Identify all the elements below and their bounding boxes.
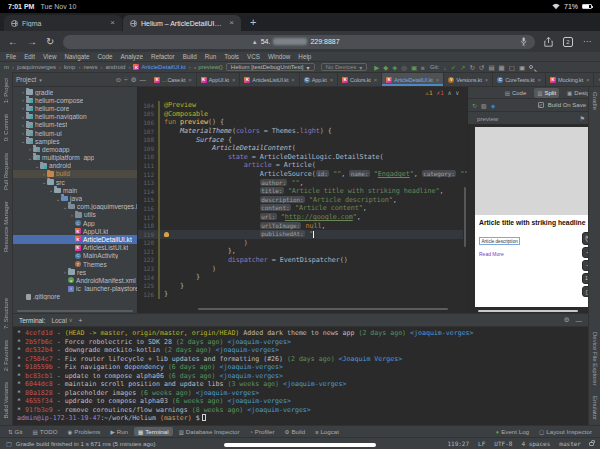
intention-bulb-icon[interactable] xyxy=(164,232,169,237)
editor-tab[interactable]: K…Case.kt× xyxy=(150,73,197,86)
file-encoding[interactable]: UTF-8 xyxy=(494,440,512,447)
menu-analyze[interactable]: Analyze xyxy=(120,53,142,60)
run-device-icon[interactable]: ▣ xyxy=(411,64,417,71)
forward-button[interactable]: → xyxy=(27,37,37,47)
mic-icon[interactable] xyxy=(520,37,527,46)
code-line[interactable]: 120 ) xyxy=(138,239,463,248)
commit-icon[interactable]: ✓ xyxy=(451,64,456,71)
project-panel-title[interactable]: Project xyxy=(16,76,36,83)
tree-row[interactable]: ⌄multiplatform_app xyxy=(13,154,137,162)
tree-row[interactable]: aAndroidManifest.xml xyxy=(13,276,137,284)
menu-code[interactable]: Code xyxy=(97,53,112,60)
tree-row[interactable]: ›helium-test xyxy=(13,121,137,129)
stripe-emulator[interactable]: Emulator xyxy=(592,396,598,420)
build-refresh-icon[interactable]: ↻ xyxy=(472,102,477,109)
menu-run[interactable]: Run xyxy=(205,53,217,60)
toolwindow-problems[interactable]: ◉Problems xyxy=(64,427,105,436)
code-line[interactable]: 118 urlToImage: null, xyxy=(138,221,463,230)
pin-icon[interactable]: ⚑ xyxy=(580,115,586,122)
new-tab-button[interactable]: + xyxy=(250,16,256,28)
toolwindow-database-inspector[interactable]: ▥Database Inspector xyxy=(175,427,244,436)
project-structure-icon[interactable]: ▤ xyxy=(488,64,494,71)
code-line[interactable]: 112 ArticleSource(id: "", name: "Engadge… xyxy=(138,170,463,179)
code-line[interactable]: 125 } xyxy=(138,281,463,290)
code-line[interactable]: 104@Preview xyxy=(138,101,463,110)
code-line[interactable]: 105@Composable xyxy=(138,110,463,119)
breadcrumb-item[interactable]: android xyxy=(105,64,125,70)
toolwindow-terminal[interactable]: ▦Terminal xyxy=(134,427,173,436)
tree-row[interactable]: CMainActivity xyxy=(13,252,137,260)
close-icon[interactable]: × xyxy=(110,19,115,27)
close-icon[interactable]: × xyxy=(330,77,333,83)
menu-tools[interactable]: Tools xyxy=(224,53,239,60)
code-line[interactable]: 107 MaterialTheme(colors = Themes.light)… xyxy=(138,127,463,136)
editor-tab[interactable]: CCoreTests.kt× xyxy=(493,73,546,86)
editor-tab[interactable]: KArticleDetailUI.kt× xyxy=(382,73,444,86)
tree-row[interactable]: ›demoapp xyxy=(13,145,137,153)
code-line[interactable]: 109 ArticleDetailContent( xyxy=(138,144,463,153)
code-line[interactable]: 123 ) xyxy=(138,264,463,273)
tree-row[interactable]: KArticlesListUI.kt xyxy=(13,244,137,252)
tree-row[interactable]: ›res xyxy=(13,268,137,276)
history-icon[interactable]: ↻ xyxy=(470,64,475,71)
git-branch[interactable]: master xyxy=(559,440,581,447)
tree-row[interactable]: ⌄samples xyxy=(13,137,137,145)
close-icon[interactable]: × xyxy=(586,77,589,83)
mode-code[interactable]: ▤Code xyxy=(502,88,530,98)
editor-tab[interactable]: KArticlesListUI.kt× xyxy=(240,73,299,86)
stripe-device-file-explorer[interactable]: Device File Explorer xyxy=(592,332,598,386)
menu-file[interactable]: File xyxy=(6,53,16,60)
editor-hscrollbar[interactable] xyxy=(198,308,448,310)
editor-tab[interactable]: KAppUI.kt× xyxy=(197,73,241,86)
breadcrumb-item[interactable]: news xyxy=(83,64,97,70)
tree-row[interactable]: ⌄src xyxy=(13,178,137,186)
editor-tab[interactable]: KMocking.kt× xyxy=(546,73,595,86)
url-bar[interactable]: ▲ 54. 229:8887 xyxy=(63,35,535,49)
tree-row[interactable]: ›helium-navigation xyxy=(13,113,137,121)
push-icon[interactable]: ↗ xyxy=(460,64,465,71)
close-icon[interactable]: × xyxy=(485,77,488,83)
tree-hscrollbar[interactable] xyxy=(17,310,133,312)
editor-tab[interactable]: KColors.kt× xyxy=(338,73,382,86)
readonly-lock-icon[interactable] xyxy=(589,442,594,446)
tree-row[interactable]: KArticleDetailUI.kt xyxy=(13,235,137,243)
code-line[interactable]: 121 }, xyxy=(138,247,463,256)
tree-row[interactable]: ›helium-core xyxy=(13,104,137,112)
gesture-navigation-bar[interactable] xyxy=(224,443,376,447)
sdk-manager-icon[interactable]: ▣ xyxy=(519,64,525,71)
reload-button[interactable]: ↻ xyxy=(46,37,54,47)
preview-scrollbar[interactable] xyxy=(478,310,578,313)
code-line[interactable]: 119 publishedAt: " xyxy=(138,230,463,239)
close-icon[interactable]: × xyxy=(538,77,541,83)
stripe-7-structure[interactable]: 7: Structure xyxy=(3,298,9,329)
line-separator[interactable]: LF xyxy=(478,440,485,447)
close-icon[interactable]: × xyxy=(188,77,191,83)
stripe-2-favorites[interactable]: 2: Favorites xyxy=(3,340,9,371)
breadcrumb-item[interactable]: ArticleDetailUI.kt xyxy=(141,64,185,70)
stripe-gradle[interactable]: Gradle xyxy=(592,92,598,110)
toolwindow-todo[interactable]: ▤TODO xyxy=(29,427,62,436)
stripe-resource-manager[interactable]: Resource Manager xyxy=(3,201,9,252)
tabs-overflow-chevron-icon[interactable]: ˅ xyxy=(594,73,600,86)
read-more-link[interactable]: Read More xyxy=(479,251,593,257)
tree-row[interactable]: TThemes xyxy=(13,260,137,268)
tree-row[interactable]: iic_launcher-playstore.png xyxy=(13,285,137,293)
run-icon[interactable]: ▶ xyxy=(374,64,379,71)
tree-row[interactable]: CApp xyxy=(13,219,137,227)
locate-file-icon[interactable]: ⊙ xyxy=(116,76,121,83)
breadcrumb-item[interactable]: kmp xyxy=(64,64,75,70)
stripe-0-commit[interactable]: 0: Commit xyxy=(3,114,9,141)
menu-refactor[interactable]: Refactor xyxy=(151,53,175,60)
tree-row[interactable]: ›helium-ui xyxy=(13,129,137,137)
close-icon[interactable]: × xyxy=(374,77,377,83)
menu-navigate[interactable]: Navigate xyxy=(65,53,90,60)
code-line[interactable]: 117 url: "http://google.com", xyxy=(138,213,463,222)
code-line[interactable]: 111 article = Article( xyxy=(138,161,463,170)
stop-icon[interactable]: ■ xyxy=(421,64,425,71)
toolwindow-event-log[interactable]: ●Event Log xyxy=(492,427,533,436)
new-session-button[interactable]: + xyxy=(79,317,83,324)
terminal-settings-icon[interactable]: ⚙ xyxy=(564,316,570,324)
profile-icon[interactable]: ◎ xyxy=(401,64,407,71)
tree-row[interactable]: ›utils xyxy=(13,211,137,219)
code-line[interactable]: 106fun preview() { xyxy=(138,118,463,127)
